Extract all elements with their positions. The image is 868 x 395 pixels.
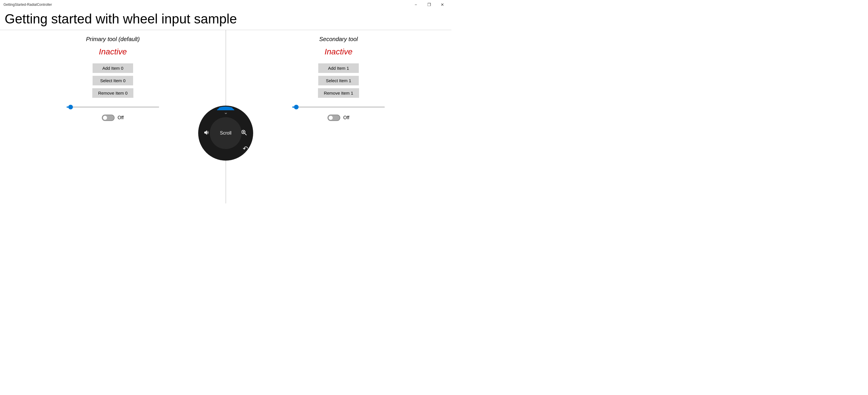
secondary-toggle[interactable]: [328, 115, 340, 121]
primary-toggle-label: Off: [118, 115, 124, 120]
secondary-panel-title: Secondary tool: [319, 36, 358, 42]
secondary-select-button[interactable]: Select Item 1: [318, 76, 359, 85]
app-name: GettingStarted-RadialController: [3, 3, 52, 7]
primary-slider-container: [66, 103, 159, 109]
primary-status: Inactive: [99, 47, 127, 56]
secondary-remove-button[interactable]: Remove Item 1: [318, 88, 359, 98]
page-title: Getting started with wheel input sample: [0, 9, 452, 30]
secondary-toggle-track[interactable]: [328, 115, 340, 121]
primary-slider[interactable]: [66, 107, 159, 108]
radial-zoom-icon: [241, 130, 247, 136]
secondary-status: Inactive: [324, 47, 353, 56]
title-bar: GettingStarted-RadialController − ❐ ✕: [0, 0, 452, 9]
primary-toggle[interactable]: [102, 115, 115, 121]
primary-btn-group: Add Item 0 Select Item 0 Remove Item 0: [92, 63, 133, 98]
secondary-toggle-label: Off: [343, 115, 349, 120]
primary-panel-title: Primary tool (default): [86, 36, 140, 42]
secondary-toggle-thumb: [329, 116, 333, 120]
radial-top-icon: ⌄: [224, 109, 228, 116]
secondary-slider[interactable]: [292, 107, 385, 108]
radial-undo-icon: ↶: [243, 145, 248, 152]
primary-toggle-track[interactable]: [102, 115, 115, 121]
secondary-toggle-container: Off: [328, 115, 349, 121]
primary-add-button[interactable]: Add Item 0: [93, 63, 133, 73]
secondary-panel: Secondary tool Inactive Add Item 1 Selec…: [226, 30, 452, 204]
radial-inner-circle[interactable]: Scroll: [210, 117, 242, 149]
primary-remove-button[interactable]: Remove Item 0: [92, 88, 133, 98]
main-content: Primary tool (default) Inactive Add Item…: [0, 30, 452, 204]
secondary-add-button[interactable]: Add Item 1: [318, 63, 359, 73]
close-button[interactable]: ✕: [436, 0, 449, 9]
radial-center-label: Scroll: [220, 130, 231, 136]
window-controls: − ❐ ✕: [409, 0, 449, 9]
primary-panel: Primary tool (default) Inactive Add Item…: [0, 30, 226, 204]
maximize-button[interactable]: ❐: [423, 0, 436, 9]
radial-controller[interactable]: ⌄ ↶ Sc: [198, 105, 253, 161]
secondary-btn-group: Add Item 1 Select Item 1 Remove Item 1: [318, 63, 359, 98]
primary-toggle-thumb: [103, 116, 107, 120]
minimize-button[interactable]: −: [409, 0, 423, 9]
radial-outer-ring[interactable]: ⌄ ↶ Sc: [198, 105, 253, 161]
radial-volume-icon: [204, 130, 210, 136]
primary-toggle-container: Off: [102, 115, 124, 121]
svg-line-1: [245, 133, 247, 135]
primary-select-button[interactable]: Select Item 0: [93, 76, 133, 85]
secondary-slider-container: [292, 103, 385, 109]
